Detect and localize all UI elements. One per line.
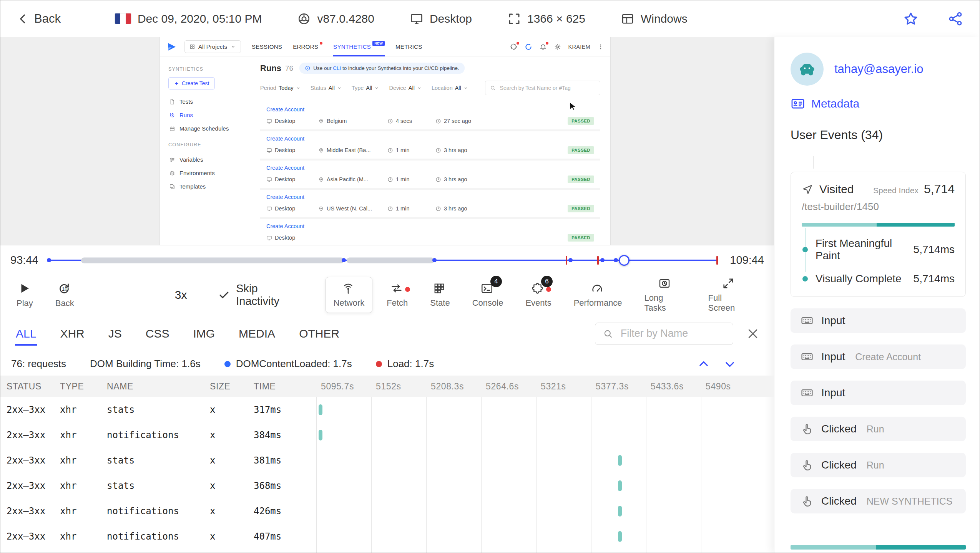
status-badge: PASSED (568, 117, 594, 125)
filter-label: Type (352, 85, 364, 91)
tool-events[interactable]: 6Events (517, 277, 559, 313)
close-icon[interactable] (746, 327, 759, 340)
user-event-card[interactable]: ClickedRun (791, 453, 966, 477)
user-event-card[interactable]: ClickedNEW SYNTHETICS (791, 489, 966, 513)
filter-period[interactable]: PeriodToday (260, 85, 301, 91)
filter-location[interactable]: LocationAll (432, 85, 468, 91)
filter-value: All (455, 85, 461, 91)
cli-link[interactable]: CLI (333, 65, 341, 71)
sidebar-item-label: Manage Schedules (179, 125, 229, 132)
clock-icon (435, 206, 441, 212)
create-test-button[interactable]: Create Test (168, 77, 215, 89)
kebab-menu-icon[interactable] (597, 43, 604, 50)
user-email[interactable]: tahay@asayer.io (834, 62, 923, 76)
runs-search-input[interactable] (499, 84, 595, 91)
timeline-handle[interactable] (619, 255, 630, 266)
run-row[interactable]: Create AccountDesktopBelgium4 secs27 sec… (260, 102, 600, 129)
spinner-icon[interactable] (525, 43, 532, 51)
timeline-track[interactable] (49, 252, 719, 268)
tool-fetch[interactable]: Fetch (379, 277, 416, 313)
user-event-card[interactable]: Input (791, 308, 966, 333)
request-time: 426ms (254, 498, 281, 524)
skip-back-button[interactable]: 10 Back (55, 281, 74, 308)
time-axis-label: 5095.7s (321, 376, 354, 397)
tool-performance[interactable]: Performance (566, 277, 630, 313)
star-icon[interactable] (903, 11, 919, 27)
session-replay-app: Back Dec 09, 2020, 05:10 PM v87.0.4280 D… (0, 0, 980, 553)
bell-icon[interactable] (539, 43, 547, 51)
plus-icon (174, 81, 179, 86)
user-event-card[interactable]: InputCreate Account (791, 344, 966, 369)
playback-timeline: 93:44 109:44 (0, 245, 774, 275)
replay-tab-metrics[interactable]: METRICS (395, 37, 422, 56)
inactivity-segment (81, 257, 344, 263)
network-tab-img[interactable]: IMG (192, 316, 216, 352)
visited-event-card[interactable]: Visited Speed Index 5,714 /test-builder/… (791, 172, 966, 297)
puzzle-icon[interactable] (510, 43, 518, 51)
run-duration: 1 min (387, 205, 435, 212)
network-request-row[interactable]: 2xx–3xxxhrstatsx317ms (0, 397, 774, 422)
run-row[interactable]: Create AccountDesktopMiddle East (Ba...1… (260, 131, 600, 159)
filter-status[interactable]: StatusAll (311, 85, 342, 91)
network-tab-other[interactable]: OTHER (298, 316, 340, 352)
account-menu[interactable]: KRAIEM (568, 44, 590, 50)
tool-state[interactable]: State (422, 277, 458, 313)
share-icon[interactable] (947, 11, 963, 27)
chevron-down-icon[interactable] (723, 358, 736, 371)
run-row[interactable]: Create AccountDesktopAsia Pacific (M...1… (260, 161, 600, 188)
sidebar-item-environments[interactable]: Environments (168, 166, 241, 180)
tool-console[interactable]: 4Console (464, 277, 512, 313)
chevron-up-icon[interactable] (697, 358, 710, 371)
user-event-card[interactable]: Input (791, 381, 966, 405)
network-filter[interactable] (595, 323, 733, 345)
sidebar-item-templates[interactable]: Templates (168, 180, 241, 193)
run-device: Desktop (266, 235, 318, 241)
run-row[interactable]: Create AccountDesktopPASSED (260, 219, 600, 245)
visited-label: Visited (819, 183, 854, 196)
sidebar-item-runs[interactable]: Runs (168, 108, 241, 122)
notification-dot (405, 287, 410, 292)
load-bar-early-segment (802, 223, 877, 227)
network-tab-css[interactable]: CSS (145, 316, 170, 352)
runs-search[interactable] (485, 81, 600, 95)
playback-speed-button[interactable]: 3x (175, 288, 187, 301)
metadata-button[interactable]: Metadata (791, 96, 966, 111)
play-button[interactable]: Play (17, 281, 33, 308)
runs-page: Runs 76 Use our CLI to include your Synt… (250, 56, 610, 245)
network-request-row[interactable]: 2xx–3xxxhrstatsx381ms (0, 448, 774, 473)
tool-label: Full Screen (708, 293, 750, 313)
network-tab-xhr[interactable]: XHR (59, 316, 85, 352)
sidebar-item-variables[interactable]: Variables (168, 153, 241, 166)
skip-inactivity-toggle[interactable]: Skip Inactivity (218, 282, 304, 308)
sidebar-item-manage-schedules[interactable]: Manage Schedules (168, 122, 241, 135)
sidebar-item-tests[interactable]: Tests (168, 95, 241, 108)
network-request-row[interactable]: 2xx–3xxxhrnotificationsx426ms (0, 498, 774, 524)
network-request-row[interactable]: 2xx–3xxxhrnotificationsx407ms (0, 524, 774, 549)
gear-icon[interactable] (554, 43, 561, 51)
project-selector[interactable]: All Projects (184, 40, 241, 53)
network-request-row[interactable]: 2xx–3xxxhrstatsx368ms (0, 473, 774, 498)
tool-label: Fetch (387, 298, 408, 308)
run-detail: DesktopPASSED (266, 234, 594, 242)
tool-full-screen[interactable]: Full Screen (700, 272, 758, 318)
back-button[interactable]: Back (17, 12, 61, 26)
network-tab-all[interactable]: ALL (15, 316, 37, 352)
request-status: 2xx–3xx (7, 422, 45, 448)
tool-network[interactable]: Network (326, 277, 373, 313)
replay-tab-errors[interactable]: ERRORS (293, 37, 322, 56)
replay-tab-synthetics[interactable]: SYNTHETICSNEW (333, 37, 385, 56)
network-request-row[interactable]: 2xx–3xxxhrnotificationsx384ms (0, 422, 774, 448)
column-header-status: STATUS (7, 376, 42, 397)
user-event-card[interactable]: ClickedRun (791, 417, 966, 441)
filter-type[interactable]: TypeAll (352, 85, 379, 91)
filter-device[interactable]: DeviceAll (389, 85, 421, 91)
run-row[interactable]: Create AccountDesktopUS West (N. Cal...1… (260, 190, 600, 217)
network-tab-js[interactable]: JS (108, 316, 123, 352)
replay-tab-sessions[interactable]: SESSIONS (252, 37, 282, 56)
web-vitals-list: First Meaningful Paint5,714msVisually Co… (802, 237, 955, 285)
desktop-icon (266, 147, 272, 153)
tool-long-tasks[interactable]: Long Tasks (636, 272, 694, 318)
event-type: Clicked (821, 459, 857, 471)
network-tab-media[interactable]: MEDIA (238, 316, 276, 352)
network-filter-input[interactable] (620, 327, 725, 340)
